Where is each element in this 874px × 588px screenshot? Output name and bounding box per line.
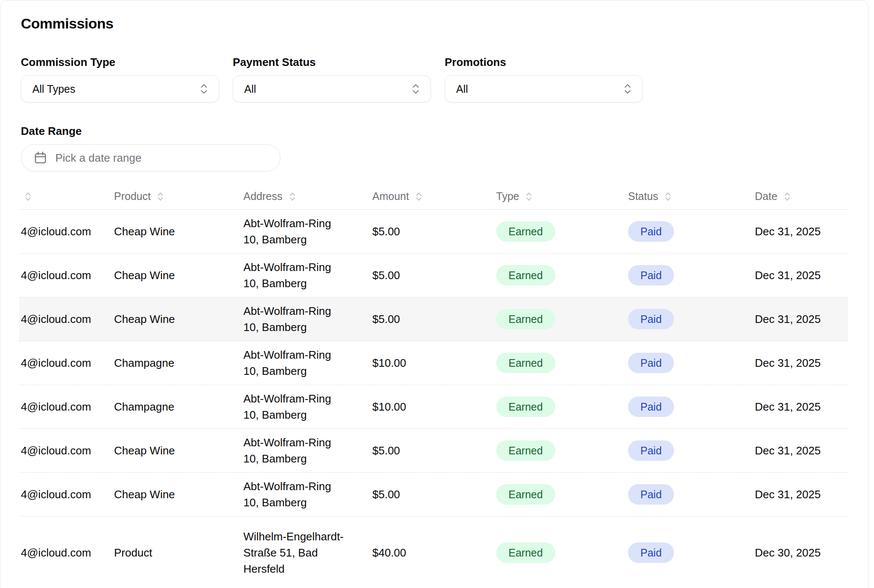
sort-icon (288, 191, 296, 202)
column-header-amount[interactable]: Amount (372, 190, 496, 203)
commission-type-select[interactable]: All Types (21, 75, 219, 103)
cell-address: Abt-Wolfram-Ring10, Bamberg (243, 259, 372, 291)
date-range-input[interactable]: Pick a date range (21, 144, 280, 171)
cell-status: Paid (628, 484, 755, 505)
type-badge: Earned (496, 265, 555, 285)
commission-type-label: Commission Type (21, 56, 219, 69)
cell-product: Champagne (114, 399, 243, 415)
cell-address: Wilhelm-Engelhardt-Straße 51, BadHersfel… (243, 528, 372, 577)
commissions-table: ProductAddressAmountTypeStatusDate 4@icl… (19, 183, 848, 588)
sort-icon (783, 191, 791, 202)
date-range-label: Date Range (21, 125, 848, 137)
page-title: Commissions (21, 15, 848, 32)
status-badge: Paid (628, 440, 674, 461)
status-badge: Paid (628, 265, 674, 285)
cell-amount: $10.00 (372, 399, 496, 415)
payment-status-label: Payment Status (233, 56, 431, 69)
type-badge: Earned (496, 440, 555, 461)
column-header-type[interactable]: Type (496, 190, 628, 203)
commissions-panel: Commissions Commission Type All Types Pa… (0, 0, 868, 588)
cell-date: Dec 31, 2025 (755, 399, 848, 415)
column-header-status[interactable]: Status (628, 190, 755, 203)
cell-product: Cheap Wine (114, 442, 243, 459)
cell-date: Dec 30, 2025 (755, 545, 848, 561)
table-row: 4@icloud.comChampagneAbt-Wolfram-Ring10,… (19, 341, 848, 385)
type-badge: Earned (496, 397, 555, 417)
cell-amount: $5.00 (372, 267, 496, 283)
cell-amount: $5.00 (372, 223, 496, 240)
cell-email: 4@icloud.com (19, 399, 114, 415)
cell-type: Earned (496, 484, 628, 505)
sort-icon (157, 191, 164, 202)
cell-amount: $5.00 (372, 486, 496, 502)
table-row: 4@icloud.comCheap WineAbt-Wolfram-Ring10… (19, 254, 848, 297)
sort-icon (664, 191, 672, 202)
cell-address: Abt-Wolfram-Ring10, Bamberg (243, 391, 372, 423)
sort-icon (415, 191, 423, 202)
column-header-label: Status (628, 190, 658, 203)
cell-amount: $10.00 (372, 355, 496, 371)
cell-product: Cheap Wine (114, 223, 243, 240)
filters-row: Commission Type All Types Payment Status… (21, 56, 848, 103)
date-range-placeholder: Pick a date range (55, 151, 141, 165)
payment-status-select[interactable]: All (233, 75, 431, 103)
table-header-row: ProductAddressAmountTypeStatusDate (19, 183, 848, 210)
cell-status: Paid (628, 309, 755, 329)
cell-type: Earned (496, 397, 628, 417)
type-badge: Earned (496, 221, 555, 242)
commission-type-value: All Types (32, 83, 75, 95)
column-header-date[interactable]: Date (755, 190, 848, 203)
cell-email: 4@icloud.com (19, 355, 114, 371)
cell-email: 4@icloud.com (19, 442, 114, 459)
chevron-up-down-icon (199, 83, 209, 95)
sort-icon (525, 191, 533, 202)
cell-product: Champagne (114, 355, 243, 371)
filter-payment-status: Payment Status All (233, 56, 431, 103)
cell-address: Abt-Wolfram-Ring10, Bamberg (243, 434, 372, 467)
type-badge: Earned (496, 353, 555, 373)
cell-product: Cheap Wine (114, 486, 243, 502)
column-header-label: Address (243, 190, 283, 203)
cell-email: 4@icloud.com (19, 223, 114, 240)
column-header-product[interactable]: Product (114, 190, 243, 203)
calendar-icon (33, 151, 48, 165)
cell-status: Paid (628, 440, 755, 461)
status-badge: Paid (628, 309, 674, 329)
cell-date: Dec 31, 2025 (755, 223, 848, 240)
type-badge: Earned (496, 542, 555, 563)
table-row: 4@icloud.comCheap WineAbt-Wolfram-Ring10… (19, 429, 848, 473)
cell-type: Earned (496, 221, 628, 242)
cell-date: Dec 31, 2025 (755, 355, 848, 371)
table-body: 4@icloud.comCheap WineAbt-Wolfram-Ring10… (19, 210, 848, 588)
status-badge: Paid (628, 353, 674, 373)
filter-date-range: Date Range Pick a date range (21, 125, 848, 171)
cell-status: Paid (628, 397, 755, 417)
status-badge: Paid (628, 542, 674, 563)
column-header-email[interactable] (19, 191, 114, 202)
cell-type: Earned (496, 265, 628, 285)
column-header-label: Type (496, 190, 519, 203)
cell-product: Cheap Wine (114, 311, 243, 327)
cell-email: 4@icloud.com (19, 486, 114, 502)
cell-status: Paid (628, 265, 755, 285)
status-badge: Paid (628, 484, 674, 505)
cell-amount: $5.00 (372, 442, 496, 459)
promotions-value: All (456, 83, 468, 95)
cell-product: Product (114, 545, 243, 561)
column-header-label: Amount (372, 190, 409, 203)
status-badge: Paid (628, 397, 674, 417)
status-badge: Paid (628, 221, 674, 242)
cell-date: Dec 31, 2025 (755, 442, 848, 459)
table-row: 4@icloud.comCheap WineAbt-Wolfram-Ring10… (19, 210, 848, 254)
cell-address: Abt-Wolfram-Ring10, Bamberg (243, 478, 372, 511)
cell-type: Earned (496, 353, 628, 373)
cell-amount: $5.00 (372, 311, 496, 327)
chevron-up-down-icon (623, 83, 632, 95)
cell-email: 4@icloud.com (19, 267, 114, 283)
cell-address: Abt-Wolfram-Ring10, Bamberg (243, 347, 372, 379)
cell-type: Earned (496, 440, 628, 461)
filter-promotions: Promotions All (445, 56, 643, 103)
promotions-select[interactable]: All (445, 75, 643, 103)
column-header-address[interactable]: Address (243, 190, 372, 203)
cell-address: Abt-Wolfram-Ring10, Bamberg (243, 303, 372, 335)
